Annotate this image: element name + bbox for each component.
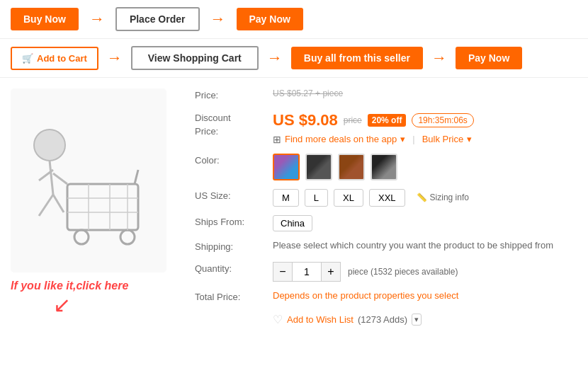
deals-link[interactable]: Find more deals on the app <box>285 134 397 144</box>
separator: | <box>412 134 414 144</box>
size-l[interactable]: L <box>305 189 328 207</box>
heart-icon: ♡ <box>273 313 283 326</box>
view-shopping-cart-button[interactable]: View Shopping Cart <box>131 46 259 70</box>
discount-badge: 20% off <box>368 114 407 127</box>
ships-from-row: Ships From: China <box>195 215 577 231</box>
down-arrow: ↙ <box>53 292 181 317</box>
wishlist-control[interactable]: ♡ Add to Wish List (1273 Adds) ▾ <box>273 313 577 326</box>
svg-point-2 <box>120 230 135 244</box>
color-option-4[interactable] <box>371 154 397 180</box>
china-button[interactable]: China <box>273 215 312 231</box>
size-value: M L XL XXL 📏 Sizing info <box>273 189 577 207</box>
cart-figure-svg <box>18 99 159 262</box>
arrow-4: → <box>267 49 283 67</box>
cart-icon: 🛒 <box>22 53 33 64</box>
quantity-input[interactable] <box>293 262 321 282</box>
price-value: US $05.27 + piece <box>273 88 577 101</box>
color-option-3[interactable] <box>338 154 365 180</box>
quantity-increase-button[interactable]: + <box>321 262 341 282</box>
quantity-decrease-button[interactable]: − <box>273 262 293 282</box>
svg-line-3 <box>135 170 138 184</box>
total-price-row: Total Price: Depends on the product prop… <box>195 290 577 304</box>
arrow-1: → <box>89 10 105 28</box>
svg-line-14 <box>53 195 64 212</box>
total-price-label: Total Price: <box>195 290 273 304</box>
size-xl[interactable]: XL <box>334 189 363 207</box>
arrow-3: → <box>107 49 123 67</box>
product-image-area: If you like it,click here ↙ <box>11 88 181 335</box>
product-figure <box>11 88 166 272</box>
add-to-cart-button[interactable]: 🛒 Add to Cart <box>11 47 98 70</box>
deals-row: ⊞ Find more deals on the app ▾ | Bulk Pr… <box>273 134 577 145</box>
color-row: Color: <box>195 154 577 180</box>
price-row: Price: US $05.27 + piece <box>195 88 577 103</box>
shipping-row: Shipping: Please select which country yo… <box>195 240 577 254</box>
quantity-control-area: − + piece (1532 pieces available) <box>273 262 577 282</box>
svg-line-10 <box>50 161 53 195</box>
action-bar: 🛒 Add to Cart → View Shopping Cart → Buy… <box>0 39 588 78</box>
quantity-stepper: − + <box>273 262 341 282</box>
wishlist-link[interactable]: Add to Wish List <box>287 314 354 325</box>
bulk-price-link[interactable]: Bulk Price <box>422 134 464 144</box>
price-original: US $05.27 + piece <box>273 88 577 98</box>
ships-from-value: China <box>273 215 577 231</box>
wishlist-row: ♡ Add to Wish List (1273 Adds) ▾ <box>195 313 577 326</box>
size-row: US Size: M L XL XXL 📏 Sizing info <box>195 189 577 207</box>
top-bar: Buy Now → Place Order → Pay Now <box>0 0 588 39</box>
wishlist-count: (1273 Adds) <box>358 314 407 325</box>
size-m[interactable]: M <box>273 189 299 207</box>
color-options <box>273 154 577 180</box>
pay-now-action-button[interactable]: Pay Now <box>456 47 522 69</box>
price-strike: price <box>344 115 362 125</box>
discount-value: US $9.08 price 20% off 19h:35m:06s ⊞ Fin… <box>273 111 577 145</box>
color-label: Color: <box>195 154 273 168</box>
price-main: US $9.08 <box>273 111 338 130</box>
dropdown-icon[interactable]: ▾ <box>400 134 405 144</box>
place-order-button[interactable]: Place Order <box>115 7 200 31</box>
quantity-value-area: − + piece (1532 pieces available) <box>273 262 577 282</box>
quantity-available: piece (1532 pieces available) <box>348 267 458 277</box>
ships-from-options: China <box>273 215 577 231</box>
color-option-1[interactable] <box>273 154 300 180</box>
wishlist-area: ♡ Add to Wish List (1273 Adds) ▾ <box>273 313 577 326</box>
price-label: Price: <box>195 88 273 103</box>
ruler-icon: 📏 <box>417 192 427 202</box>
price-discount-area: US $9.08 price 20% off 19h:35m:06s <box>273 111 577 130</box>
size-label: US Size: <box>195 189 273 203</box>
main-content: If you like it,click here ↙ Price: US $0… <box>0 78 588 345</box>
quantity-label: Quantity: <box>195 262 273 276</box>
pay-now-top-button[interactable]: Pay Now <box>237 8 303 30</box>
svg-point-1 <box>74 230 89 244</box>
size-options: M L XL XXL <box>273 189 405 207</box>
size-options-area: M L XL XXL 📏 Sizing info <box>273 189 577 207</box>
total-price-value: Depends on the product properties you se… <box>273 290 577 301</box>
qr-icon: ⊞ <box>273 134 281 145</box>
ships-from-label: Ships From: <box>195 215 273 229</box>
svg-point-9 <box>34 130 65 161</box>
size-xxl[interactable]: XXL <box>369 189 405 207</box>
buy-from-seller-button[interactable]: Buy all from this seller <box>291 47 423 69</box>
arrow-5: → <box>431 49 447 67</box>
color-value <box>273 154 577 180</box>
buy-now-button[interactable]: Buy Now <box>11 8 79 30</box>
wishlist-dropdown-icon[interactable]: ▾ <box>412 314 422 326</box>
svg-line-13 <box>39 195 53 216</box>
quantity-row: Quantity: − + piece (1532 pieces availab… <box>195 262 577 282</box>
sizing-info-link[interactable]: 📏 Sizing info <box>417 192 469 202</box>
bulk-dropdown-icon[interactable]: ▾ <box>467 134 472 144</box>
discount-row: DiscountPrice: US $9.08 price 20% off 19… <box>195 111 577 145</box>
click-hint: If you like it,click here <box>11 280 181 292</box>
discount-label: DiscountPrice: <box>195 111 273 139</box>
shipping-label: Shipping: <box>195 240 273 254</box>
svg-line-11 <box>53 173 67 184</box>
arrow-2: → <box>210 10 226 28</box>
shipping-text: Please select which country you want the… <box>273 240 577 251</box>
product-details: Price: US $05.27 + piece DiscountPrice: … <box>195 88 577 335</box>
timer-badge: 19h:35m:06s <box>412 113 473 127</box>
color-option-2[interactable] <box>305 154 332 180</box>
